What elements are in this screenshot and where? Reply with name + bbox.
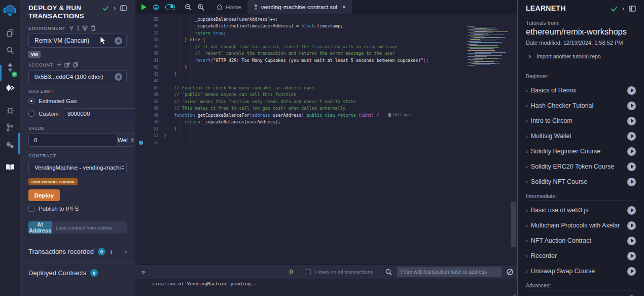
tutorial-item-label: Multichain Protocols with Axelar: [531, 222, 627, 229]
copy-account-icon[interactable]: [73, 62, 78, 68]
edit-account-icon[interactable]: [64, 62, 70, 68]
file-explorer-icon[interactable]: [0, 24, 20, 42]
fork-environment-icon[interactable]: [82, 25, 88, 31]
at-address-input[interactable]: [52, 221, 127, 234]
tutorial-item[interactable]: ›Solidity Beginner Course: [526, 144, 636, 159]
tutorial-item[interactable]: ›Multichain Protocols with Axelar: [526, 218, 636, 233]
tutorial-item-label: NFT Auction Contract: [531, 237, 627, 244]
breakpoint-dot[interactable]: [139, 141, 143, 145]
clear-terminal-icon[interactable]: [507, 269, 513, 275]
editor-tabbar: Home vending-machine-contract.sol ×: [135, 0, 517, 14]
start-tutorial-play-button[interactable]: [627, 147, 636, 156]
start-tutorial-play-button[interactable]: [627, 252, 636, 260]
zoom-in-icon[interactable]: [197, 4, 204, 11]
tutorial-item[interactable]: ›All about Proxy Contracts: [526, 292, 636, 296]
run-script-icon[interactable]: [141, 4, 147, 10]
debugger-icon[interactable]: [0, 102, 20, 119]
start-tutorial-play-button[interactable]: [627, 86, 636, 95]
start-tutorial-play-button[interactable]: [627, 178, 636, 186]
start-tutorial-play-button[interactable]: [627, 117, 636, 125]
git-icon[interactable]: [0, 119, 20, 136]
close-tab-icon[interactable]: ×: [342, 4, 346, 11]
pin-panel-icon[interactable]: [120, 5, 127, 11]
line-number: 52: [147, 133, 159, 138]
start-tutorial-play-button[interactable]: [627, 221, 636, 230]
tutorial-item[interactable]: ›Basic use of web3.js: [526, 203, 636, 218]
start-tutorial-play-button[interactable]: [627, 267, 636, 276]
tab-home[interactable]: Home: [210, 0, 247, 14]
code-line: 40 // 'revert' cancels the transaction a…: [135, 50, 517, 57]
account-select[interactable]: 0x5B3...eddC4 (100 ether): [28, 70, 127, 83]
tutorial-item[interactable]: ›Multisig Wallet: [526, 128, 636, 144]
tutorial-item[interactable]: ›Hash Checker Tutorial: [526, 98, 636, 113]
ai-assistant-icon[interactable]: [152, 4, 160, 11]
custom-gas-radio[interactable]: [28, 111, 34, 117]
estimated-gas-radio[interactable]: [28, 98, 34, 104]
tutorial-item[interactable]: ›Intro to Circom: [526, 113, 636, 128]
tutorial-item[interactable]: ›Solidity ERC20 Token Course: [526, 159, 636, 174]
tutorial-item-label: Basics of Remix: [531, 87, 627, 94]
tutorial-item[interactable]: ›NFT Auction Contract: [526, 233, 636, 248]
plug-icon[interactable]: [69, 26, 74, 31]
deployed-count-badge: 0: [90, 269, 98, 277]
info-icon[interactable]: [77, 26, 79, 31]
code-line: 36 _cupcakeDistributionTimes[userAddress…: [135, 23, 517, 30]
deploy-button[interactable]: Deploy: [28, 189, 60, 201]
tutorials-from-label: Tutorials from:: [526, 20, 636, 26]
remix-logo[interactable]: [0, 0, 20, 20]
chevron-right-icon: ›: [526, 87, 528, 93]
editor-vertical-scrollbar[interactable]: [511, 202, 516, 247]
deploy-run-panel: DEPLOY & RUN TRANSACTIONS › ENVIRONMENT …: [20, 0, 135, 296]
start-tutorial-play-button[interactable]: [627, 237, 636, 245]
solidity-compiler-icon[interactable]: ✓: [0, 59, 20, 76]
learneth-icon[interactable]: [0, 158, 20, 176]
contract-select[interactable]: VendingMachine - vending-machin: [28, 161, 127, 174]
collapse-panel-icon[interactable]: ›: [622, 6, 624, 12]
zoom-out-icon[interactable]: [185, 4, 192, 11]
tutorial-item[interactable]: ›Recorder: [526, 248, 636, 264]
terminal-search-icon[interactable]: [385, 269, 392, 275]
tab-vending-machine-contract[interactable]: vending-machine-contract.sol ×: [247, 0, 352, 14]
deploy-and-run-icon[interactable]: [0, 79, 20, 96]
start-tutorial-play-button[interactable]: [627, 206, 636, 215]
transactions-expand-icon[interactable]: ›: [125, 249, 127, 255]
start-tutorial-play-button[interactable]: [627, 132, 636, 141]
chevron-right-icon: ›: [526, 207, 528, 213]
contract-label: CONTRACT: [28, 153, 56, 158]
tutorial-item-label: Uniswap Swap Course: [531, 268, 627, 275]
environment-select[interactable]: Remix VM (Cancun): [28, 34, 127, 48]
listen-all-label: Listen on all transactions: [314, 269, 373, 275]
value-unit-select[interactable]: Wei: [117, 134, 134, 147]
minimap[interactable]: [468, 26, 511, 67]
deployed-contracts-row[interactable]: Deployed Contracts 0: [28, 262, 127, 283]
date-modified: Date modified: 12/19/2024, 1:58:52 PM: [526, 40, 636, 46]
collapse-panel-icon[interactable]: ›: [114, 5, 116, 11]
value-input[interactable]: [28, 134, 117, 147]
settings-icon[interactable]: [0, 136, 20, 153]
tutorial-item[interactable]: ›Basics of Remix: [526, 83, 636, 98]
terminal-collapse-icon[interactable]: »: [140, 269, 147, 275]
tutorial-item[interactable]: ›Solidity NFT Course: [526, 174, 636, 189]
start-tutorial-play-button[interactable]: [627, 162, 636, 171]
publish-ipfs-checkbox[interactable]: [28, 206, 34, 212]
tutorial-item-label: Hash Checker Tutorial: [531, 102, 627, 109]
add-account-icon[interactable]: [57, 62, 61, 67]
tab-home-label: Home: [226, 4, 241, 10]
chevron-right-icon: ›: [526, 268, 528, 274]
code-area[interactable]: 35 _cupcakeBalances[userAddress]++;36 _c…: [135, 14, 517, 265]
listen-all-checkbox[interactable]: [305, 269, 311, 275]
transactions-recorded-row[interactable]: Transactions recorded 0 i ›: [28, 241, 127, 262]
start-tutorial-play-button[interactable]: [627, 102, 636, 110]
tutorial-item[interactable]: ›Uniswap Swap Course: [526, 264, 636, 279]
remix-ide-window: ✓ DEPLOY & RUN TRANSACTIONS ›: [0, 0, 644, 296]
terminal-filter-input[interactable]: [397, 267, 502, 277]
transactions-info-icon[interactable]: i: [111, 249, 112, 255]
code-line: 46 // 'public' means anyone can call thi…: [135, 91, 517, 98]
ai-toggle[interactable]: [165, 4, 175, 10]
at-address-button[interactable]: At Address: [28, 221, 52, 234]
search-icon[interactable]: [0, 42, 20, 59]
import-tutorial-repo[interactable]: › Import another tutorial repo: [526, 53, 636, 59]
select-arrows-icon: [115, 37, 122, 45]
pin-panel-icon[interactable]: [629, 6, 636, 12]
delete-environment-icon[interactable]: [91, 25, 96, 31]
